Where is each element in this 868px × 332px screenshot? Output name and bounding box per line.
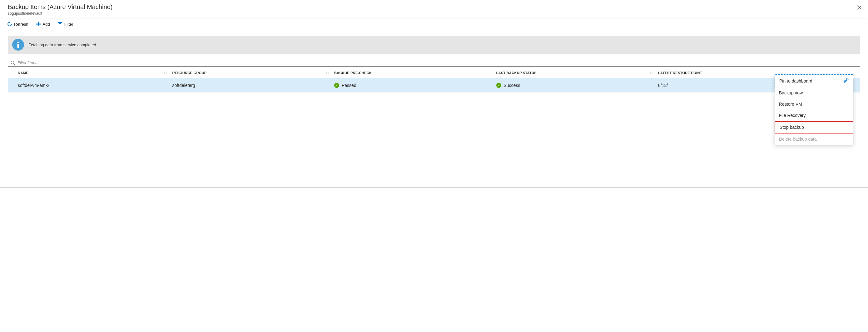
cell-resource-group: softdeleterg — [170, 78, 332, 92]
menu-backup-now[interactable]: Backup now — [775, 87, 853, 99]
backup-items-table: Name ↑↓ Resource Group ↑↓ Backup Pre-Che… — [8, 67, 860, 92]
svg-point-8 — [11, 61, 14, 64]
column-header-name[interactable]: Name ↑↓ — [8, 67, 170, 78]
add-button[interactable]: Add — [35, 20, 51, 28]
refresh-label: Refresh — [14, 22, 28, 27]
info-banner: Fetching data from service completed. — [8, 36, 860, 54]
pin-icon — [844, 78, 849, 84]
check-icon — [496, 83, 501, 88]
filter-items-container — [8, 59, 860, 66]
column-header-last-backup-status[interactable]: Last Backup Status ↑↓ — [494, 67, 656, 78]
column-header-backup-pre-check[interactable]: Backup Pre-Check — [332, 67, 494, 78]
refresh-button[interactable]: Refresh — [6, 20, 29, 28]
sort-icon: ↑↓ — [164, 71, 167, 74]
sort-icon: ↑↓ — [326, 71, 329, 74]
menu-delete-backup-data: Delete backup data — [775, 134, 853, 145]
info-icon — [12, 39, 24, 51]
content-area: Fetching data from service completed. Na… — [0, 30, 868, 98]
menu-restore-vm[interactable]: Restore VM — [775, 99, 853, 110]
svg-marker-5 — [58, 22, 62, 26]
check-icon — [334, 83, 339, 88]
table-row[interactable]: softdel-vm-am-2 softdeleterg Passed — [8, 78, 860, 92]
sort-icon: ↑↓ — [649, 71, 653, 74]
row-context-menu: Pin to dashboard Backup now Restore VM F… — [775, 75, 853, 145]
close-icon — [857, 5, 862, 11]
svg-rect-7 — [18, 44, 19, 48]
menu-file-recovery[interactable]: File Recovery — [775, 110, 853, 121]
toolbar: Refresh Add Filter — [0, 19, 868, 30]
plus-icon — [36, 22, 41, 27]
page-title: Backup Items (Azure Virtual Machine) — [8, 3, 862, 11]
cell-name: softdel-vm-am-2 — [8, 78, 170, 92]
backup-items-blade: Backup Items (Azure Virtual Machine) sog… — [0, 0, 868, 188]
filter-icon — [58, 22, 62, 27]
filter-items-input[interactable] — [18, 60, 857, 65]
sort-icon: ↑↓ — [811, 71, 815, 74]
close-button[interactable] — [855, 3, 863, 12]
add-label: Add — [43, 22, 50, 27]
refresh-icon — [7, 22, 12, 27]
svg-point-6 — [18, 42, 19, 43]
filter-label: Filter — [64, 22, 73, 27]
svg-line-9 — [14, 63, 15, 65]
menu-stop-backup[interactable]: Stop backup — [775, 121, 853, 134]
vault-name-subtitle: sogupsoftdeletevault — [8, 11, 862, 16]
info-banner-text: Fetching data from service completed. — [28, 43, 97, 47]
menu-pin-to-dashboard[interactable]: Pin to dashboard — [775, 75, 853, 87]
column-header-resource-group[interactable]: Resource Group ↑↓ — [170, 67, 332, 78]
cell-last-status: Success — [494, 78, 656, 92]
blade-header: Backup Items (Azure Virtual Machine) sog… — [0, 0, 868, 19]
search-icon — [11, 61, 15, 65]
filter-button[interactable]: Filter — [57, 20, 74, 28]
cell-pre-check: Passed — [332, 78, 494, 92]
